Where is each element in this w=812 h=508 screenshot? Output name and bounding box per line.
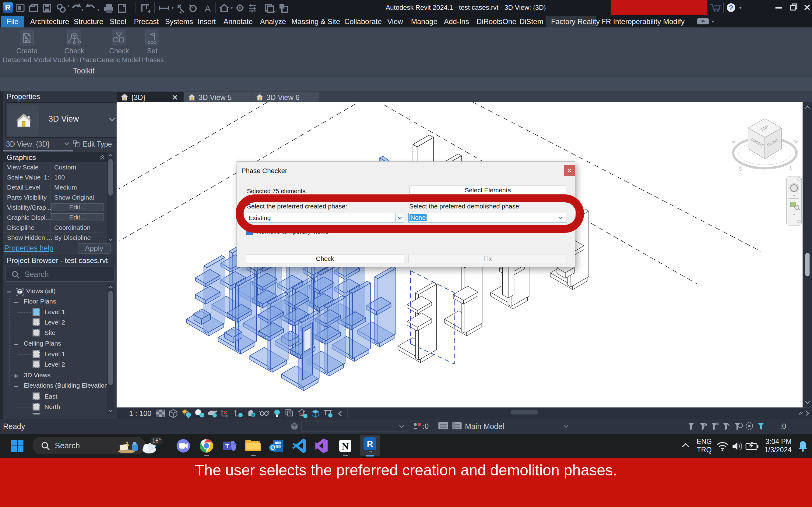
svg-text:RVT: RVT (368, 451, 372, 453)
svg-text:R: R (5, 3, 11, 12)
svg-text:E: E (789, 165, 793, 171)
svg-text:N: N (342, 441, 349, 452)
svg-text:R: R (367, 439, 373, 449)
svg-text:x: x (273, 9, 276, 14)
svg-text:?: ? (729, 4, 733, 12)
svg-text:S: S (738, 166, 743, 172)
svg-text:T: T (225, 443, 229, 450)
svg-text:A: A (205, 3, 211, 13)
svg-text:16°: 16° (152, 437, 161, 444)
svg-text:1: 1 (192, 6, 194, 11)
